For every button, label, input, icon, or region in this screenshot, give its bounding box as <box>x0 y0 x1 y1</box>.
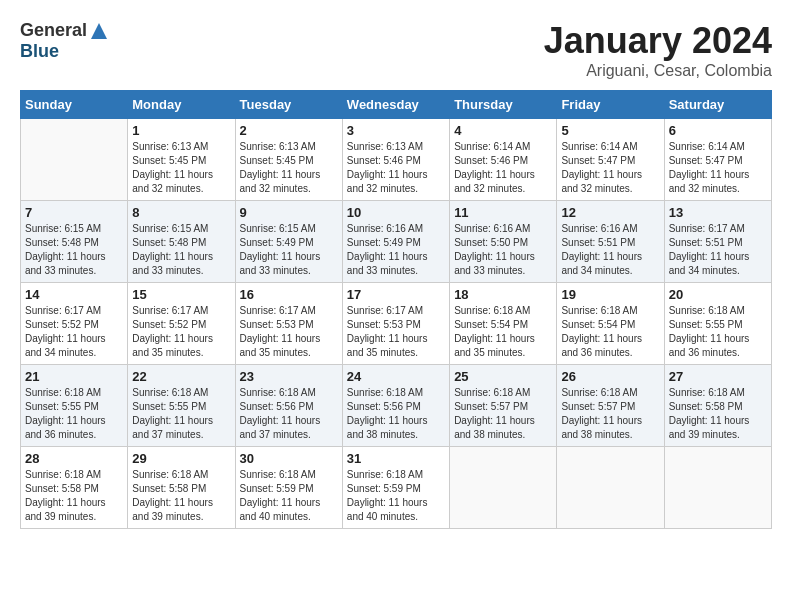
calendar-cell: 25Sunrise: 6:18 AM Sunset: 5:57 PM Dayli… <box>450 365 557 447</box>
day-info: Sunrise: 6:18 AM Sunset: 5:59 PM Dayligh… <box>240 468 338 524</box>
day-info: Sunrise: 6:13 AM Sunset: 5:46 PM Dayligh… <box>347 140 445 196</box>
calendar-cell: 30Sunrise: 6:18 AM Sunset: 5:59 PM Dayli… <box>235 447 342 529</box>
day-info: Sunrise: 6:17 AM Sunset: 5:53 PM Dayligh… <box>240 304 338 360</box>
calendar-cell: 7Sunrise: 6:15 AM Sunset: 5:48 PM Daylig… <box>21 201 128 283</box>
day-number: 19 <box>561 287 659 302</box>
logo-icon <box>89 21 109 41</box>
logo-general-text: General <box>20 20 87 41</box>
day-info: Sunrise: 6:15 AM Sunset: 5:48 PM Dayligh… <box>132 222 230 278</box>
calendar-cell: 4Sunrise: 6:14 AM Sunset: 5:46 PM Daylig… <box>450 119 557 201</box>
day-info: Sunrise: 6:13 AM Sunset: 5:45 PM Dayligh… <box>132 140 230 196</box>
day-number: 3 <box>347 123 445 138</box>
day-info: Sunrise: 6:18 AM Sunset: 5:56 PM Dayligh… <box>240 386 338 442</box>
calendar-cell: 14Sunrise: 6:17 AM Sunset: 5:52 PM Dayli… <box>21 283 128 365</box>
calendar-cell: 21Sunrise: 6:18 AM Sunset: 5:55 PM Dayli… <box>21 365 128 447</box>
calendar-week-row: 21Sunrise: 6:18 AM Sunset: 5:55 PM Dayli… <box>21 365 772 447</box>
day-info: Sunrise: 6:15 AM Sunset: 5:48 PM Dayligh… <box>25 222 123 278</box>
header-saturday: Saturday <box>664 91 771 119</box>
day-number: 9 <box>240 205 338 220</box>
day-info: Sunrise: 6:17 AM Sunset: 5:53 PM Dayligh… <box>347 304 445 360</box>
day-number: 25 <box>454 369 552 384</box>
svg-marker-0 <box>91 23 107 39</box>
month-title: January 2024 <box>544 20 772 62</box>
header-monday: Monday <box>128 91 235 119</box>
day-number: 15 <box>132 287 230 302</box>
day-info: Sunrise: 6:18 AM Sunset: 5:55 PM Dayligh… <box>132 386 230 442</box>
day-info: Sunrise: 6:18 AM Sunset: 5:54 PM Dayligh… <box>561 304 659 360</box>
day-number: 28 <box>25 451 123 466</box>
calendar-week-row: 28Sunrise: 6:18 AM Sunset: 5:58 PM Dayli… <box>21 447 772 529</box>
day-number: 30 <box>240 451 338 466</box>
day-info: Sunrise: 6:18 AM Sunset: 5:58 PM Dayligh… <box>25 468 123 524</box>
calendar-cell: 19Sunrise: 6:18 AM Sunset: 5:54 PM Dayli… <box>557 283 664 365</box>
day-number: 18 <box>454 287 552 302</box>
calendar-week-row: 14Sunrise: 6:17 AM Sunset: 5:52 PM Dayli… <box>21 283 772 365</box>
title-area: January 2024 Ariguani, Cesar, Colombia <box>544 20 772 80</box>
day-info: Sunrise: 6:18 AM Sunset: 5:55 PM Dayligh… <box>669 304 767 360</box>
calendar-cell <box>557 447 664 529</box>
calendar-cell <box>21 119 128 201</box>
header-sunday: Sunday <box>21 91 128 119</box>
calendar-table: SundayMondayTuesdayWednesdayThursdayFrid… <box>20 90 772 529</box>
day-number: 16 <box>240 287 338 302</box>
day-number: 21 <box>25 369 123 384</box>
day-number: 5 <box>561 123 659 138</box>
day-number: 13 <box>669 205 767 220</box>
calendar-cell: 22Sunrise: 6:18 AM Sunset: 5:55 PM Dayli… <box>128 365 235 447</box>
day-info: Sunrise: 6:17 AM Sunset: 5:52 PM Dayligh… <box>132 304 230 360</box>
calendar-header-row: SundayMondayTuesdayWednesdayThursdayFrid… <box>21 91 772 119</box>
day-info: Sunrise: 6:16 AM Sunset: 5:49 PM Dayligh… <box>347 222 445 278</box>
calendar-cell: 8Sunrise: 6:15 AM Sunset: 5:48 PM Daylig… <box>128 201 235 283</box>
day-info: Sunrise: 6:18 AM Sunset: 5:58 PM Dayligh… <box>669 386 767 442</box>
calendar-cell: 17Sunrise: 6:17 AM Sunset: 5:53 PM Dayli… <box>342 283 449 365</box>
calendar-cell: 23Sunrise: 6:18 AM Sunset: 5:56 PM Dayli… <box>235 365 342 447</box>
logo: General Blue <box>20 20 109 62</box>
day-number: 2 <box>240 123 338 138</box>
day-info: Sunrise: 6:18 AM Sunset: 5:58 PM Dayligh… <box>132 468 230 524</box>
calendar-cell: 16Sunrise: 6:17 AM Sunset: 5:53 PM Dayli… <box>235 283 342 365</box>
day-info: Sunrise: 6:17 AM Sunset: 5:52 PM Dayligh… <box>25 304 123 360</box>
day-info: Sunrise: 6:18 AM Sunset: 5:56 PM Dayligh… <box>347 386 445 442</box>
day-info: Sunrise: 6:14 AM Sunset: 5:46 PM Dayligh… <box>454 140 552 196</box>
calendar-cell: 9Sunrise: 6:15 AM Sunset: 5:49 PM Daylig… <box>235 201 342 283</box>
day-number: 11 <box>454 205 552 220</box>
day-info: Sunrise: 6:13 AM Sunset: 5:45 PM Dayligh… <box>240 140 338 196</box>
header-tuesday: Tuesday <box>235 91 342 119</box>
day-number: 27 <box>669 369 767 384</box>
calendar-cell: 18Sunrise: 6:18 AM Sunset: 5:54 PM Dayli… <box>450 283 557 365</box>
day-info: Sunrise: 6:14 AM Sunset: 5:47 PM Dayligh… <box>669 140 767 196</box>
calendar-cell: 1Sunrise: 6:13 AM Sunset: 5:45 PM Daylig… <box>128 119 235 201</box>
calendar-week-row: 7Sunrise: 6:15 AM Sunset: 5:48 PM Daylig… <box>21 201 772 283</box>
page-header: General Blue January 2024 Ariguani, Cesa… <box>20 20 772 80</box>
calendar-cell: 11Sunrise: 6:16 AM Sunset: 5:50 PM Dayli… <box>450 201 557 283</box>
day-number: 6 <box>669 123 767 138</box>
day-info: Sunrise: 6:18 AM Sunset: 5:57 PM Dayligh… <box>454 386 552 442</box>
day-info: Sunrise: 6:16 AM Sunset: 5:50 PM Dayligh… <box>454 222 552 278</box>
day-number: 7 <box>25 205 123 220</box>
day-info: Sunrise: 6:17 AM Sunset: 5:51 PM Dayligh… <box>669 222 767 278</box>
day-number: 17 <box>347 287 445 302</box>
calendar-cell: 31Sunrise: 6:18 AM Sunset: 5:59 PM Dayli… <box>342 447 449 529</box>
calendar-cell: 13Sunrise: 6:17 AM Sunset: 5:51 PM Dayli… <box>664 201 771 283</box>
calendar-cell: 20Sunrise: 6:18 AM Sunset: 5:55 PM Dayli… <box>664 283 771 365</box>
header-thursday: Thursday <box>450 91 557 119</box>
day-number: 23 <box>240 369 338 384</box>
day-number: 4 <box>454 123 552 138</box>
day-info: Sunrise: 6:15 AM Sunset: 5:49 PM Dayligh… <box>240 222 338 278</box>
calendar-cell: 2Sunrise: 6:13 AM Sunset: 5:45 PM Daylig… <box>235 119 342 201</box>
day-number: 10 <box>347 205 445 220</box>
day-info: Sunrise: 6:18 AM Sunset: 5:54 PM Dayligh… <box>454 304 552 360</box>
calendar-cell <box>450 447 557 529</box>
day-number: 20 <box>669 287 767 302</box>
day-number: 12 <box>561 205 659 220</box>
calendar-cell: 26Sunrise: 6:18 AM Sunset: 5:57 PM Dayli… <box>557 365 664 447</box>
day-number: 22 <box>132 369 230 384</box>
calendar-cell: 15Sunrise: 6:17 AM Sunset: 5:52 PM Dayli… <box>128 283 235 365</box>
calendar-cell: 5Sunrise: 6:14 AM Sunset: 5:47 PM Daylig… <box>557 119 664 201</box>
day-number: 24 <box>347 369 445 384</box>
day-number: 29 <box>132 451 230 466</box>
calendar-cell: 27Sunrise: 6:18 AM Sunset: 5:58 PM Dayli… <box>664 365 771 447</box>
calendar-cell <box>664 447 771 529</box>
day-number: 26 <box>561 369 659 384</box>
day-info: Sunrise: 6:18 AM Sunset: 5:55 PM Dayligh… <box>25 386 123 442</box>
